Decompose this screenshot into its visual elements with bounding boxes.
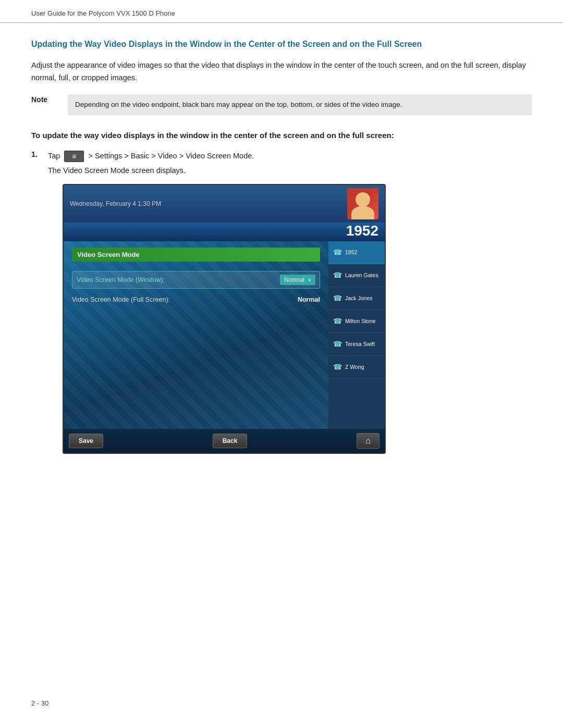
avatar: [347, 188, 378, 219]
page-number: 2 - 30: [31, 699, 48, 707]
home-button[interactable]: ⌂: [357, 433, 380, 449]
window-mode-value: Normal: [284, 276, 304, 283]
dropdown-arrow-icon: ∨: [308, 277, 311, 282]
contact-item-teresa[interactable]: ☎ Teresa Swift: [328, 333, 385, 356]
phone-top-bar: Wednesday, February 4 1:30 PM: [64, 185, 385, 223]
contact-name-zwong: Z Wong: [345, 364, 364, 371]
contact-icon-zwong: ☎: [332, 361, 343, 373]
phone-body: Video Screen Mode Video Screen Mode (Win…: [64, 241, 385, 429]
step-1-result: The Video Screen Mode screen displays.: [48, 166, 532, 175]
contact-icon-milton: ☎: [332, 315, 343, 327]
contact-icon-1952: ☎: [332, 246, 343, 258]
phone-top-right: [347, 188, 378, 219]
contact-item-milton[interactable]: ☎ Milton Stone: [328, 310, 385, 333]
contact-name-jack: Jack Jones: [345, 295, 373, 302]
contact-item-1952[interactable]: ☎ 1952: [328, 241, 385, 264]
fullscreen-mode-row: Video Screen Mode (Full Screen): Normal: [72, 296, 320, 303]
phone-datetime: Wednesday, February 4 1:30 PM: [70, 200, 161, 207]
back-button[interactable]: Back: [213, 434, 248, 448]
phone-left-panel: Video Screen Mode Video Screen Mode (Win…: [64, 241, 328, 429]
contact-name-lauren: Lauren Gates: [345, 272, 378, 279]
contact-name-1952: 1952: [345, 249, 357, 256]
step1-suffix: > Settings > Basic > Video > Video Scree…: [88, 152, 254, 160]
phone-screenshot: Wednesday, February 4 1:30 PM 1952 Video…: [63, 184, 386, 454]
save-button[interactable]: Save: [69, 434, 103, 448]
contact-item-jack[interactable]: ☎ Jack Jones: [328, 287, 385, 310]
note-box: Depending on the video endpoint, black b…: [68, 94, 532, 115]
header-title: User Guide for the Polycom VVX 1500 D Ph…: [31, 9, 175, 17]
step-1-row: 1. Tap > Settings > Basic > Video > Vide…: [31, 150, 532, 162]
phone-bottom-bar: Save Back ⌂: [64, 429, 385, 453]
contact-icon-lauren: ☎: [332, 269, 343, 281]
body-text: Adjust the appearance of video images so…: [31, 59, 532, 83]
note-label: Note: [31, 94, 57, 104]
contact-item-lauren[interactable]: ☎ Lauren Gates: [328, 264, 385, 287]
phone-right-panel: ☎ 1952 ☎ Lauren Gates ☎ Jack Jones ☎ Mil…: [328, 241, 385, 429]
vsm-label: Video Screen Mode: [72, 248, 320, 262]
fullscreen-mode-label: Video Screen Mode (Full Screen):: [72, 296, 298, 303]
window-mode-row[interactable]: Video Screen Mode (Window): Normal ∨: [72, 271, 320, 289]
step-1-content: Tap > Settings > Basic > Video > Video S…: [48, 150, 254, 162]
procedure-heading: To update the way video displays in the …: [31, 130, 532, 142]
window-mode-dropdown[interactable]: Normal ∨: [280, 275, 315, 285]
section-heading: Updating the Way Video Displays in the W…: [31, 39, 532, 50]
phone-extension: 1952: [346, 223, 378, 239]
window-mode-label: Video Screen Mode (Window):: [77, 276, 280, 283]
contact-name-teresa: Teresa Swift: [345, 341, 375, 348]
step-number: 1.: [31, 150, 44, 158]
page-footer: 2 - 30: [31, 699, 48, 707]
menu-icon: [64, 151, 84, 162]
tap-text: Tap: [48, 152, 60, 160]
contact-name-milton: Milton Stone: [345, 318, 375, 325]
contact-icon-jack: ☎: [332, 292, 343, 304]
main-content: Updating the Way Video Displays in the W…: [0, 23, 563, 485]
contact-icon-teresa: ☎: [332, 338, 343, 350]
note-row: Note Depending on the video endpoint, bl…: [31, 94, 532, 115]
fullscreen-mode-value: Normal: [298, 296, 320, 303]
contact-item-zwong[interactable]: ☎ Z Wong: [328, 356, 385, 379]
page-header: User Guide for the Polycom VVX 1500 D Ph…: [0, 0, 563, 23]
